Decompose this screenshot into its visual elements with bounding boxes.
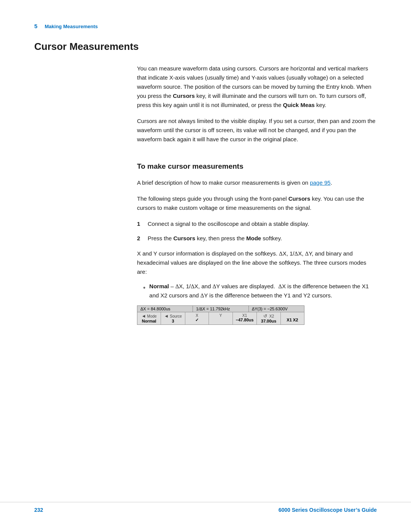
bullet-normal-section: • Normal – ΔX, 1/ΔX, and ΔY values are d…	[143, 282, 377, 300]
page-footer: 232 6000 Series Oscilloscope User’s Guid…	[0, 502, 411, 513]
softkey-x1x2-value: X1 X2	[284, 318, 301, 322]
chapter-number: 5	[34, 23, 37, 29]
softkey-x2: ↺ X2 37.00us	[257, 312, 280, 324]
intro-paragraph-2: Cursors are not always limited to the vi…	[137, 117, 377, 144]
bullet-icon: •	[143, 283, 145, 300]
footer-page-number: 232	[34, 507, 43, 513]
step-2-text: Press the Cursors key, then press the Mo…	[148, 234, 282, 243]
delta-x-ref: Δ	[279, 251, 283, 257]
quick-meas-bold: Quick Meas	[283, 102, 315, 108]
steps-section: A brief description of how to make curso…	[34, 178, 377, 328]
softkey-y-label: Y	[212, 313, 229, 318]
softkey-mode-label: ◄Mode	[140, 313, 158, 319]
numbered-steps-list: 1 Connect a signal to the oscilloscope a…	[137, 219, 377, 243]
step-intro-period: .	[331, 179, 332, 186]
status-cell-inv-dx: 1/ΔX = 11.792kHz	[193, 306, 249, 312]
softkey-x1-label: X1	[236, 313, 254, 318]
breadcrumb: 5 Making Measurements	[0, 0, 411, 37]
subsection-heading-col: To make cursor measurements	[137, 151, 377, 178]
step-intro2-text-1: The following steps guide you through us…	[137, 195, 288, 202]
softkey-source-value: 3	[164, 319, 182, 323]
step-2-number: 2	[137, 234, 143, 243]
softkey-x: X ✓	[185, 312, 209, 324]
softkey-mode: ◄Mode Normal	[137, 312, 161, 324]
scope-display: ΔX = 84.8000us 1/ΔX = 11.792kHz ΔY(3) = …	[137, 305, 304, 325]
step-1: 1 Connect a signal to the oscilloscope a…	[137, 219, 377, 228]
softkey-source-label: ◄Source	[164, 313, 182, 319]
softkey-info-text: X and Y cursor information is displayed …	[137, 249, 377, 276]
delta-x-ref2: Δ	[295, 251, 298, 257]
scope-status-bar: ΔX = 84.8000us 1/ΔX = 11.792kHz ΔY(3) = …	[137, 306, 304, 312]
intro-text-col: You can measure waveform data using curs…	[137, 64, 377, 151]
status-cell-dy: ΔY(3) = −25.6300V	[249, 306, 304, 312]
steps-col: A brief description of how to make curso…	[137, 178, 377, 328]
softkey-x2-label: ↺ X2	[260, 313, 277, 319]
status-cell-dx: ΔX = 84.8000us	[137, 306, 193, 312]
page-container: 5 Making Measurements Cursor Measurement…	[0, 0, 411, 532]
softkey-x1x2-label	[284, 313, 301, 318]
cursors-bold-step2: Cursors	[174, 235, 196, 241]
softkey-x2-value: 37.00us	[260, 319, 277, 323]
softkey-mode-value: Normal	[140, 319, 158, 323]
content-area: Cursor Measurements You can measure wave…	[0, 41, 411, 328]
cursors-key-bold-1: Cursors	[173, 93, 195, 99]
footer-guide-title: 6000 Series Oscilloscope User’s Guide	[279, 507, 377, 513]
subsection-heading: To make cursor measurements	[137, 162, 377, 171]
softkey-x1: X1 −47.80us	[233, 312, 257, 324]
scope-softkey-row: ◄Mode Normal ◄Source 3 X ✓ Y	[137, 312, 304, 324]
step-1-text: Connect a signal to the oscilloscope and…	[148, 219, 309, 228]
delta-y-ref: Δ	[305, 251, 309, 257]
page-95-link[interactable]: page 95	[310, 179, 330, 186]
intro-text-1c: key.	[315, 102, 327, 108]
normal-bold: Normal	[149, 283, 169, 289]
intro-paragraph-1: You can measure waveform data using curs…	[137, 64, 377, 110]
step-1-number: 1	[137, 219, 143, 228]
step-2: 2 Press the Cursors key, then press the …	[137, 234, 377, 243]
softkey-x-value: ✓	[188, 318, 206, 323]
softkey-y-value	[212, 318, 229, 322]
step-intro-paragraph-1: A brief description of how to make curso…	[137, 178, 377, 187]
cursors-key-bold-2: Cursors	[288, 195, 311, 202]
softkey-x1x2: X1 X2	[281, 312, 304, 324]
softkey-x1-value: −47.80us	[236, 318, 254, 322]
left-margin-steps	[34, 178, 137, 328]
left-margin-sub	[34, 151, 137, 178]
step-intro-paragraph-2: The following steps guide you through us…	[137, 194, 377, 212]
softkey-source: ◄Source 3	[161, 312, 185, 324]
bullet-normal-text: Normal – ΔX, 1/ΔX, and ΔY values are dis…	[149, 282, 377, 300]
intro-section: You can measure waveform data using curs…	[34, 64, 377, 151]
softkey-x-label: X	[188, 313, 206, 318]
mode-bold-step2: Mode	[246, 235, 261, 241]
left-margin	[34, 64, 137, 151]
breadcrumb-separator	[39, 24, 43, 29]
page-title: Cursor Measurements	[34, 41, 377, 53]
breadcrumb-title: Making Measurements	[45, 24, 98, 29]
subsection-header-row: To make cursor measurements	[34, 151, 377, 178]
softkey-y: Y	[209, 312, 233, 324]
step-intro-text-1: A brief description of how to make curso…	[137, 179, 310, 186]
bullet-normal: • Normal – ΔX, 1/ΔX, and ΔY values are d…	[143, 282, 377, 300]
